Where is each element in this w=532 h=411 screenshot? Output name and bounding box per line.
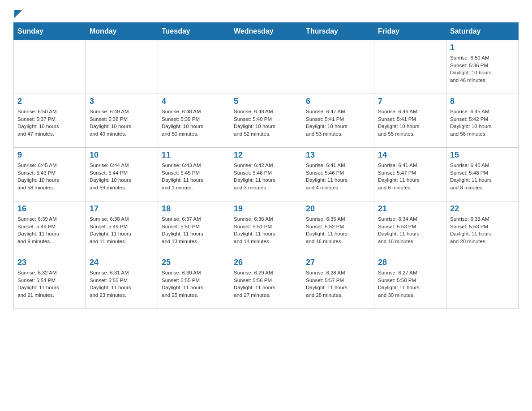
- table-row: [446, 255, 519, 309]
- day-number: 15: [450, 150, 515, 160]
- day-info: Sunrise: 6:37 AMSunset: 5:50 PMDaylight:…: [162, 215, 226, 245]
- day-number: 6: [306, 97, 370, 106]
- table-row: 18Sunrise: 6:37 AMSunset: 5:50 PMDayligh…: [158, 201, 230, 255]
- day-number: 16: [17, 204, 82, 214]
- page-header: [13, 9, 519, 18]
- day-info: Sunrise: 6:30 AMSunset: 5:55 PMDaylight:…: [162, 269, 226, 299]
- table-row: 2Sunrise: 6:50 AMSunset: 5:37 PMDaylight…: [14, 94, 86, 148]
- day-number: 20: [306, 204, 370, 214]
- day-info: Sunrise: 6:44 AMSunset: 5:44 PMDaylight:…: [90, 162, 154, 192]
- day-info: Sunrise: 6:35 AMSunset: 5:52 PMDaylight:…: [306, 215, 370, 245]
- day-number: 28: [378, 258, 442, 267]
- day-number: 18: [162, 204, 226, 214]
- day-number: 26: [234, 258, 298, 267]
- day-info: Sunrise: 6:41 AMSunset: 5:47 PMDaylight:…: [378, 162, 442, 192]
- calendar-week-row: 23Sunrise: 6:32 AMSunset: 5:54 PMDayligh…: [14, 255, 519, 309]
- svg-marker-0: [14, 10, 22, 18]
- day-info: Sunrise: 6:42 AMSunset: 5:46 PMDaylight:…: [234, 162, 298, 192]
- table-row: 15Sunrise: 6:40 AMSunset: 5:48 PMDayligh…: [446, 148, 519, 201]
- day-info: Sunrise: 6:43 AMSunset: 5:45 PMDaylight:…: [162, 162, 226, 192]
- table-row: 27Sunrise: 6:28 AMSunset: 5:57 PMDayligh…: [302, 255, 374, 309]
- day-number: 8: [450, 97, 515, 106]
- table-row: [374, 40, 446, 94]
- calendar-week-row: 2Sunrise: 6:50 AMSunset: 5:37 PMDaylight…: [14, 94, 519, 148]
- day-info: Sunrise: 6:46 AMSunset: 5:41 PMDaylight:…: [378, 108, 442, 138]
- table-row: 14Sunrise: 6:41 AMSunset: 5:47 PMDayligh…: [374, 148, 446, 201]
- day-info: Sunrise: 6:45 AMSunset: 5:43 PMDaylight:…: [17, 162, 82, 192]
- day-number: 27: [306, 258, 370, 267]
- day-number: 3: [90, 97, 154, 106]
- header-sunday: Sunday: [14, 23, 86, 40]
- header-monday: Monday: [86, 23, 158, 40]
- day-info: Sunrise: 6:28 AMSunset: 5:57 PMDaylight:…: [306, 269, 370, 299]
- calendar-week-row: 16Sunrise: 6:39 AMSunset: 5:49 PMDayligh…: [14, 201, 519, 255]
- calendar-week-row: 1Sunrise: 6:50 AMSunset: 5:36 PMDaylight…: [14, 40, 519, 94]
- logo-arrow-icon: [14, 10, 22, 18]
- day-number: 14: [378, 150, 442, 160]
- table-row: 17Sunrise: 6:38 AMSunset: 5:49 PMDayligh…: [86, 201, 158, 255]
- table-row: 9Sunrise: 6:45 AMSunset: 5:43 PMDaylight…: [14, 148, 86, 201]
- table-row: 8Sunrise: 6:45 AMSunset: 5:42 PMDaylight…: [446, 94, 519, 148]
- day-number: 2: [17, 97, 82, 106]
- day-info: Sunrise: 6:34 AMSunset: 5:53 PMDaylight:…: [378, 215, 442, 245]
- table-row: 19Sunrise: 6:36 AMSunset: 5:51 PMDayligh…: [230, 201, 302, 255]
- day-info: Sunrise: 6:32 AMSunset: 5:54 PMDaylight:…: [17, 269, 82, 299]
- day-info: Sunrise: 6:27 AMSunset: 5:58 PMDaylight:…: [378, 269, 442, 299]
- day-number: 23: [17, 258, 82, 267]
- table-row: 25Sunrise: 6:30 AMSunset: 5:55 PMDayligh…: [158, 255, 230, 309]
- table-row: 5Sunrise: 6:48 AMSunset: 5:40 PMDaylight…: [230, 94, 302, 148]
- table-row: [14, 40, 86, 94]
- table-row: 7Sunrise: 6:46 AMSunset: 5:41 PMDaylight…: [374, 94, 446, 148]
- table-row: [158, 40, 230, 94]
- day-number: 4: [162, 97, 226, 106]
- table-row: 24Sunrise: 6:31 AMSunset: 5:55 PMDayligh…: [86, 255, 158, 309]
- day-info: Sunrise: 6:50 AMSunset: 5:36 PMDaylight:…: [450, 54, 515, 84]
- table-row: 20Sunrise: 6:35 AMSunset: 5:52 PMDayligh…: [302, 201, 374, 255]
- day-number: 25: [162, 258, 226, 267]
- table-row: 28Sunrise: 6:27 AMSunset: 5:58 PMDayligh…: [374, 255, 446, 309]
- day-info: Sunrise: 6:29 AMSunset: 5:56 PMDaylight:…: [234, 269, 298, 299]
- day-number: 12: [234, 150, 298, 160]
- table-row: 26Sunrise: 6:29 AMSunset: 5:56 PMDayligh…: [230, 255, 302, 309]
- day-info: Sunrise: 6:36 AMSunset: 5:51 PMDaylight:…: [234, 215, 298, 245]
- calendar-table: Sunday Monday Tuesday Wednesday Thursday…: [13, 22, 519, 309]
- table-row: 11Sunrise: 6:43 AMSunset: 5:45 PMDayligh…: [158, 148, 230, 201]
- calendar-week-row: 9Sunrise: 6:45 AMSunset: 5:43 PMDaylight…: [14, 148, 519, 201]
- table-row: 3Sunrise: 6:49 AMSunset: 5:38 PMDaylight…: [86, 94, 158, 148]
- table-row: 10Sunrise: 6:44 AMSunset: 5:44 PMDayligh…: [86, 148, 158, 201]
- day-number: 17: [90, 204, 154, 214]
- day-number: 9: [17, 150, 82, 160]
- day-number: 19: [234, 204, 298, 214]
- day-number: 1: [450, 43, 515, 52]
- day-number: 7: [378, 97, 442, 106]
- table-row: 16Sunrise: 6:39 AMSunset: 5:49 PMDayligh…: [14, 201, 86, 255]
- day-number: 11: [162, 150, 226, 160]
- day-number: 22: [450, 204, 515, 214]
- table-row: 22Sunrise: 6:33 AMSunset: 5:53 PMDayligh…: [446, 201, 519, 255]
- header-saturday: Saturday: [446, 23, 519, 40]
- day-info: Sunrise: 6:38 AMSunset: 5:49 PMDaylight:…: [90, 215, 154, 245]
- day-info: Sunrise: 6:40 AMSunset: 5:48 PMDaylight:…: [450, 162, 515, 192]
- day-number: 10: [90, 150, 154, 160]
- header-wednesday: Wednesday: [230, 23, 302, 40]
- day-info: Sunrise: 6:45 AMSunset: 5:42 PMDaylight:…: [450, 108, 515, 138]
- header-tuesday: Tuesday: [158, 23, 230, 40]
- table-row: [230, 40, 302, 94]
- day-info: Sunrise: 6:48 AMSunset: 5:40 PMDaylight:…: [234, 108, 298, 138]
- logo: [13, 9, 22, 18]
- day-number: 5: [234, 97, 298, 106]
- table-row: 12Sunrise: 6:42 AMSunset: 5:46 PMDayligh…: [230, 148, 302, 201]
- day-number: 24: [90, 258, 154, 267]
- day-info: Sunrise: 6:50 AMSunset: 5:37 PMDaylight:…: [17, 108, 82, 138]
- header-thursday: Thursday: [302, 23, 374, 40]
- table-row: [86, 40, 158, 94]
- day-number: 21: [378, 204, 442, 214]
- table-row: [302, 40, 374, 94]
- day-info: Sunrise: 6:49 AMSunset: 5:38 PMDaylight:…: [90, 108, 154, 138]
- table-row: 4Sunrise: 6:48 AMSunset: 5:39 PMDaylight…: [158, 94, 230, 148]
- day-info: Sunrise: 6:31 AMSunset: 5:55 PMDaylight:…: [90, 269, 154, 299]
- day-info: Sunrise: 6:33 AMSunset: 5:53 PMDaylight:…: [450, 215, 515, 245]
- table-row: 6Sunrise: 6:47 AMSunset: 5:41 PMDaylight…: [302, 94, 374, 148]
- table-row: 21Sunrise: 6:34 AMSunset: 5:53 PMDayligh…: [374, 201, 446, 255]
- day-number: 13: [306, 150, 370, 160]
